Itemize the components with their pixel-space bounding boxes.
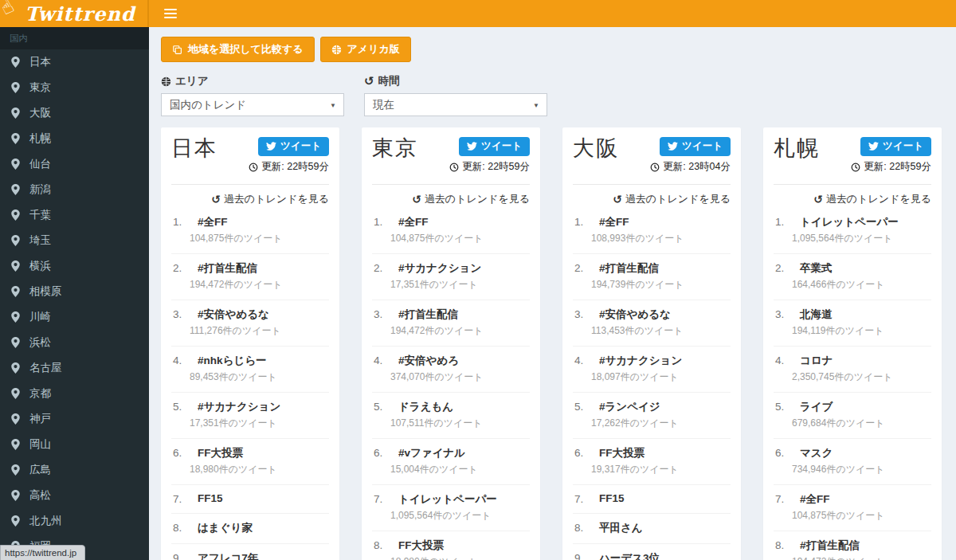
- trend-count: 1,095,564件のツイート: [390, 509, 528, 523]
- compare-regions-button[interactable]: 地域を選択して比較する: [161, 37, 315, 62]
- map-marker-icon: [11, 286, 20, 297]
- trend-count: 18,980件のツイート: [390, 555, 528, 560]
- trend-name-link[interactable]: 卒業式: [800, 261, 930, 276]
- trend-name-link[interactable]: #サカナクション: [198, 400, 327, 414]
- globe-icon: [161, 76, 171, 87]
- sidebar-item-city[interactable]: 浜松: [0, 330, 149, 355]
- trend-row: 8. はまぐり家: [171, 514, 329, 544]
- trend-name-link[interactable]: ハーデス3位: [599, 551, 729, 560]
- trend-name-link[interactable]: コロナ: [800, 354, 930, 368]
- compare-regions-label: 地域を選択して比較する: [188, 42, 304, 57]
- trend-count: 107,511件のツイート: [390, 417, 528, 430]
- trend-count: 194,739件のツイート: [591, 278, 729, 292]
- trend-row: 5. ライブ 679,684件のツイート: [774, 393, 931, 439]
- trend-count: 17,351件のツイート: [390, 278, 528, 292]
- updated-time: 更新: 22時59分: [851, 160, 931, 174]
- past-trends-link[interactable]: ↺ 過去のトレンドを見る: [774, 192, 931, 206]
- trend-name-link[interactable]: ドラえもん: [398, 400, 528, 414]
- trend-name-link[interactable]: ライブ: [800, 400, 930, 414]
- time-select[interactable]: 現在 ▼: [364, 93, 547, 116]
- trend-count: 19,317件のツイート: [591, 463, 729, 476]
- trend-row: 7. FF15: [171, 485, 329, 514]
- trend-list: 1. トイレットペーパー 1,095,564件のツイート 2. 卒業式 164,…: [774, 208, 931, 560]
- trend-count: 111,276件のツイート: [190, 324, 327, 338]
- area-select[interactable]: 国内のトレンド ▼: [161, 93, 344, 116]
- sidebar-item-city[interactable]: 広島: [0, 457, 149, 483]
- trend-name-link[interactable]: FF大投票: [398, 538, 528, 553]
- trend-name-link[interactable]: トイレットペーパー: [398, 492, 528, 507]
- sidebar: 国内 日本 東京 大阪 札幌 仙台: [0, 27, 149, 560]
- divider: [372, 184, 530, 185]
- trend-name-link[interactable]: #vファイナル: [398, 446, 528, 460]
- sidebar-item-label: 横浜: [29, 259, 51, 273]
- trend-name-link[interactable]: #打首生配信: [398, 307, 528, 322]
- sidebar-item-city[interactable]: 日本: [0, 49, 149, 75]
- trend-name-link[interactable]: #打首生配信: [198, 261, 327, 276]
- trend-count: 164,466件のツイート: [792, 278, 930, 292]
- trend-name-link[interactable]: #nhkらじらー: [198, 354, 327, 368]
- past-trends-link[interactable]: ↺ 過去のトレンドを見る: [171, 192, 329, 206]
- sidebar-item-city[interactable]: 北九州: [0, 508, 149, 534]
- sidebar-item-city[interactable]: 京都: [0, 381, 149, 406]
- sidebar-item-city[interactable]: 新潟: [0, 177, 149, 202]
- trend-name-link[interactable]: FF15: [198, 492, 327, 504]
- trend-name-link[interactable]: #サカナクション: [398, 261, 528, 276]
- map-marker-icon: [11, 311, 20, 323]
- trend-name-link[interactable]: #安倍やめるな: [599, 307, 729, 322]
- usa-version-button[interactable]: アメリカ版: [320, 37, 411, 62]
- sidebar-item-city[interactable]: 川崎: [0, 304, 149, 330]
- sidebar-item-city[interactable]: 神戸: [0, 406, 149, 432]
- trend-name-link[interactable]: #打首生配信: [599, 261, 729, 276]
- tweet-button[interactable]: ツイート: [660, 137, 731, 156]
- trend-count: 15,004件のツイート: [390, 463, 528, 476]
- updated-time: 更新: 22時59分: [449, 160, 530, 174]
- trend-name-link[interactable]: #安倍やめろ: [398, 354, 528, 368]
- trend-name-link[interactable]: 平田さん: [599, 521, 729, 535]
- sidebar-item-city[interactable]: 大阪: [0, 100, 149, 126]
- sidebar-item-city[interactable]: 札幌: [0, 126, 149, 151]
- logo-text: Twittrend: [25, 2, 135, 25]
- sidebar-toggle-button[interactable]: [159, 4, 182, 23]
- trend-name-link[interactable]: #全FF: [398, 215, 528, 229]
- sidebar-item-city[interactable]: 東京: [0, 75, 149, 100]
- trend-name-link[interactable]: FF15: [599, 492, 729, 504]
- sidebar-item-city[interactable]: 相模原: [0, 279, 149, 304]
- trend-name-link[interactable]: #安倍やめるな: [198, 307, 327, 322]
- trend-name-link[interactable]: #全FF: [800, 492, 930, 507]
- trend-row: 2. #サカナクション 17,351件のツイート: [372, 254, 530, 300]
- sidebar-item-city[interactable]: 高松: [0, 483, 149, 508]
- trend-name-link[interactable]: 北海道: [800, 307, 930, 322]
- divider: [573, 184, 731, 185]
- logo[interactable]: ☝ Twittrend: [0, 0, 149, 27]
- sidebar-item-city[interactable]: 仙台: [0, 151, 149, 177]
- trend-name-link[interactable]: マスク: [800, 446, 930, 460]
- trend-name-link[interactable]: トイレットペーパー: [800, 215, 930, 229]
- trend-name-link[interactable]: アフレコ7年: [198, 551, 327, 560]
- trend-name-link[interactable]: FF大投票: [198, 446, 327, 460]
- tweet-button[interactable]: ツイート: [459, 137, 530, 156]
- sidebar-item-city[interactable]: 千葉: [0, 202, 149, 228]
- trend-row: 8. 平田さん: [573, 514, 731, 544]
- trend-name-link[interactable]: はまぐり家: [198, 521, 327, 535]
- map-marker-icon: [11, 490, 20, 501]
- trend-name-link[interactable]: #全FF: [599, 215, 729, 229]
- sidebar-item-city[interactable]: 岡山: [0, 432, 149, 457]
- trend-count: 194,472件のツイート: [792, 555, 930, 560]
- trend-name-link[interactable]: #ランペイジ: [599, 400, 729, 414]
- sidebar-item-city[interactable]: 名古屋: [0, 355, 149, 381]
- map-marker-icon: [11, 235, 20, 246]
- trend-name-link[interactable]: #打首生配信: [800, 538, 930, 553]
- tweet-button[interactable]: ツイート: [258, 137, 329, 156]
- trend-row: 7. FF15: [573, 485, 731, 514]
- trend-row: 5. ドラえもん 107,511件のツイート: [372, 393, 530, 439]
- tweet-button[interactable]: ツイート: [860, 137, 931, 156]
- trend-name-link[interactable]: #全FF: [198, 215, 327, 229]
- past-trends-link[interactable]: ↺ 過去のトレンドを見る: [573, 192, 731, 206]
- trend-name-link[interactable]: FF大投票: [599, 446, 729, 460]
- trend-count: 194,472件のツイート: [190, 278, 327, 292]
- past-trends-link[interactable]: ↺ 過去のトレンドを見る: [372, 192, 530, 206]
- sidebar-item-city[interactable]: 埼玉: [0, 228, 149, 253]
- trend-name-link[interactable]: #サカナクション: [599, 354, 729, 368]
- sidebar-item-city[interactable]: 横浜: [0, 253, 149, 279]
- twitter-bird-icon: [668, 141, 678, 151]
